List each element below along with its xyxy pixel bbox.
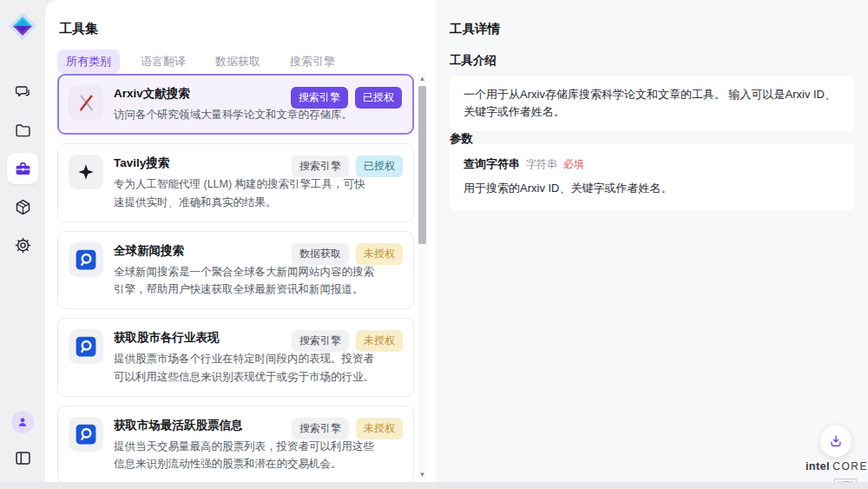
folder-icon[interactable] bbox=[7, 115, 38, 146]
category-badge: 搜索引擎 bbox=[292, 418, 349, 439]
tab-language-translation[interactable]: 语言翻译 bbox=[132, 50, 194, 74]
category-badge: 搜索引擎 bbox=[292, 155, 349, 177]
intel-wordmark: intel bbox=[806, 459, 830, 472]
param-card: 查询字符串 字符串 必填 用于搜索的Arxiv ID、关键字或作者姓名。 bbox=[450, 144, 854, 210]
param-required-badge: 必填 bbox=[563, 157, 584, 172]
intro-text: 一个用于从Arxiv存储库搜索科学论文和文章的工具。 输入可以是Arxiv ID… bbox=[464, 88, 836, 118]
download-button[interactable] bbox=[820, 426, 852, 457]
param-type: 字符串 bbox=[526, 157, 557, 172]
tool-description: 专为人工智能代理 (LLM) 构建的搜索引擎工具，可快速提供实时、准确和真实的结… bbox=[114, 175, 374, 211]
category-badge: 搜索引擎 bbox=[292, 330, 349, 352]
tool-card[interactable]: Tavily搜索 专为人工智能代理 (LLM) 构建的搜索引擎工具，可快速提供实… bbox=[57, 143, 414, 222]
sidebar-rail bbox=[0, 0, 45, 482]
auth-status-badge: 未授权 bbox=[356, 243, 403, 265]
search-blue-icon bbox=[69, 417, 103, 452]
app-root: 工具集 所有类别语言翻译数据获取搜索引擎 Arxiv文献搜索 访问各个研究领域大… bbox=[0, 0, 868, 489]
tab-search-engine[interactable]: 搜索引擎 bbox=[281, 50, 344, 74]
auth-status-badge: 未授权 bbox=[356, 330, 403, 352]
core-wordmark: core bbox=[832, 460, 868, 472]
param-name: 查询字符串 bbox=[464, 156, 520, 172]
tab-all-categories[interactable]: 所有类别 bbox=[57, 50, 120, 74]
bottom-strip bbox=[0, 482, 868, 489]
param-description: 用于搜索的Arxiv ID、关键字或作者姓名。 bbox=[464, 181, 840, 196]
user-avatar[interactable] bbox=[11, 411, 34, 433]
category-tabs: 所有类别语言翻译数据获取搜索引擎 bbox=[57, 50, 344, 74]
tool-description: 提供股票市场各个行业在特定时间段内的表现。投资者可以利用这些信息来识别表现优于或… bbox=[114, 350, 374, 386]
intro-heading: 工具介绍 bbox=[450, 53, 496, 69]
auth-status-badge: 已授权 bbox=[355, 87, 402, 109]
tavily-icon bbox=[69, 155, 103, 189]
search-blue-icon bbox=[69, 329, 103, 364]
app-logo-icon[interactable] bbox=[7, 10, 38, 42]
auth-status-badge: 未授权 bbox=[356, 418, 403, 439]
tool-detail-panel: 工具详情 工具介绍 一个用于从Arxiv存储库搜索科学论文和文章的工具。 输入可… bbox=[437, 0, 868, 482]
scroll-down-icon[interactable]: ▼ bbox=[418, 470, 427, 480]
toolbox-icon[interactable] bbox=[7, 153, 38, 184]
tool-description: 访问各个研究领域大量科学论文和文章的存储库。 bbox=[114, 106, 374, 123]
arxiv-icon bbox=[69, 85, 103, 120]
tool-description: 全球新闻搜索是一个聚合全球各大新闻网站内容的搜索引擎，帮助用户快速获取全球最新资… bbox=[114, 263, 374, 299]
cube-icon[interactable] bbox=[7, 191, 38, 222]
category-badge: 搜索引擎 bbox=[291, 87, 348, 109]
layout-toggle-icon[interactable] bbox=[7, 442, 38, 473]
sidebar-nav bbox=[0, 76, 45, 261]
scrollbar-thumb[interactable] bbox=[418, 86, 426, 244]
detail-title: 工具详情 bbox=[450, 21, 500, 37]
auth-status-badge: 已授权 bbox=[356, 155, 403, 177]
tool-card[interactable]: 全球新闻搜索 全球新闻搜索是一个聚合全球各大新闻网站内容的搜索引擎，帮助用户快速… bbox=[57, 231, 414, 310]
list-scrollbar[interactable]: ▲ ▼ bbox=[418, 74, 427, 480]
chat-icon[interactable] bbox=[7, 76, 38, 108]
tab-data-fetch[interactable]: 数据获取 bbox=[207, 50, 269, 74]
settings-icon[interactable] bbox=[7, 229, 38, 261]
intro-card: 一个用于从Arxiv存储库搜索科学论文和文章的工具。 输入可以是Arxiv ID… bbox=[450, 76, 854, 131]
tool-list: Arxiv文献搜索 访问各个研究领域大量科学论文和文章的存储库。 搜索引擎 已授… bbox=[57, 74, 414, 482]
tool-description: 提供当天交易量最高的股票列表，投资者可以利用这些信息来识别流动性强的股票和潜在的… bbox=[114, 438, 374, 473]
scroll-up-icon[interactable]: ▲ bbox=[418, 74, 427, 84]
tool-card[interactable]: 获取市场最活跃股票信息 提供当天交易量最高的股票列表，投资者可以利用这些信息来识… bbox=[57, 406, 414, 482]
category-badge: 数据获取 bbox=[292, 243, 349, 265]
page-title: 工具集 bbox=[59, 21, 98, 37]
sidebar-footer bbox=[0, 411, 45, 473]
tool-list-panel: 工具集 所有类别语言翻译数据获取搜索引擎 Arxiv文献搜索 访问各个研究领域大… bbox=[45, 0, 437, 482]
download-icon bbox=[828, 433, 844, 449]
search-blue-icon bbox=[69, 242, 103, 277]
tool-card[interactable]: 获取股市各行业表现 提供股票市场各个行业在特定时间段内的表现。投资者可以利用这些… bbox=[57, 318, 414, 397]
tool-card[interactable]: Arxiv文献搜索 访问各个研究领域大量科学论文和文章的存储库。 搜索引擎 已授… bbox=[57, 74, 414, 135]
